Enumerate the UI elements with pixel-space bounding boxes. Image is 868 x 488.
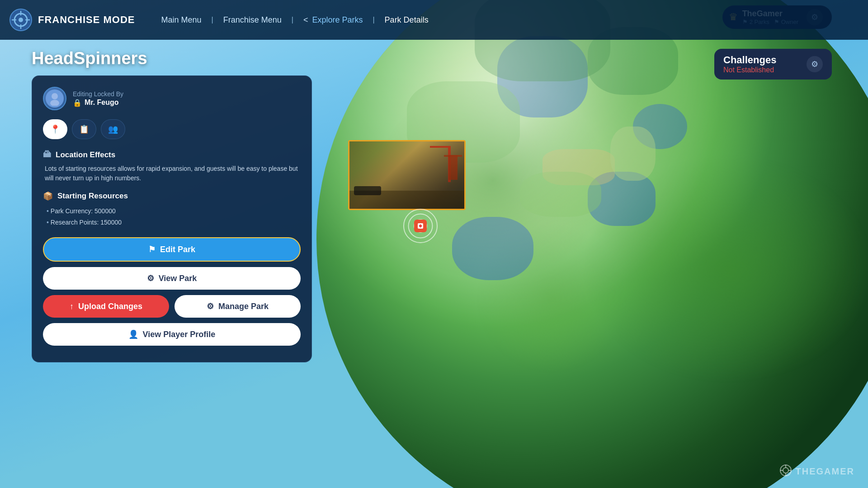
editing-locked-label: Editing Locked By [73,90,123,98]
avatar-svg [47,91,62,106]
starting-resources-icon: 📦 [43,191,53,201]
park-preview-image [349,141,464,209]
view-player-profile-button[interactable]: 👤 View Player Profile [43,323,301,346]
svg-point-11 [783,468,788,473]
location-tab-icon: 📍 [50,124,60,134]
view-player-profile-btn-row: 👤 View Player Profile [43,323,301,346]
location-effects-header: 🏔 Location Effects [43,150,301,160]
ping-circles [402,208,439,244]
view-park-icon: ⚙ [147,273,154,283]
watermark: THEGAMER [779,464,854,479]
info-tab-icon: 📋 [79,124,89,134]
challenges-text: Challenges Not Established [723,54,776,74]
players-tab-icon: 👥 [108,124,118,134]
breadcrumb: Main Menu | Franchise Menu | < Explore P… [153,13,436,28]
location-effects-description: Lots of starting resources allows for ra… [43,164,301,183]
starting-resources-title: Starting Resources [57,192,128,201]
location-effects-title: Location Effects [56,150,115,160]
starting-resources-header: 📦 Starting Resources [43,191,301,201]
svg-point-7 [52,93,58,99]
upload-icon: ↑ [70,302,74,311]
main-panel: HeadSpinners Editing Locked By 🔒 Mr. Feu… [32,49,312,362]
app-mode-title: FRANCHISE MODE [38,14,135,26]
resource-item-research: Research Points: 150000 [47,217,301,228]
logo-icon [9,8,33,32]
challenges-title: Challenges [723,54,776,66]
tab-info[interactable]: 📋 [72,119,96,139]
watermark-icon [779,464,792,479]
top-navigation-bar: FRANCHISE MODE Main Menu | Franchise Men… [0,0,868,40]
edit-park-button[interactable]: ⚑ Edit Park [43,237,301,262]
tab-location[interactable]: 📍 [43,119,67,139]
upload-manage-btn-row: ↑ Upload Changes ⚙ Manage Park [43,295,301,318]
challenges-panel: Challenges Not Established ⚙ [714,49,832,80]
player-profile-icon: 👤 [128,329,138,339]
locked-user-avatar [43,87,66,110]
tab-row: 📍 📋 👥 [43,119,301,139]
view-park-btn-row: ⚙ View Park [43,267,301,290]
logo-area: FRANCHISE MODE [9,8,135,32]
breadcrumb-park-details[interactable]: Park Details [377,13,437,28]
breadcrumb-franchise-menu[interactable]: Franchise Menu [215,13,290,28]
breadcrumb-explore-parks[interactable]: < Explore Parks [295,13,371,28]
breadcrumb-main-menu[interactable]: Main Menu [153,13,209,28]
resource-list: Park Currency: 500000 Research Points: 1… [47,206,301,228]
info-card: Editing Locked By 🔒 Mr. Feugo 📍 📋 👥 🏔 Lo [32,75,312,362]
locked-info: Editing Locked By 🔒 Mr. Feugo [73,90,123,107]
location-effects-icon: 🏔 [43,150,51,160]
locked-user-name: 🔒 Mr. Feugo [73,99,123,107]
upload-changes-button[interactable]: ↑ Upload Changes [43,295,169,318]
challenges-settings-button[interactable]: ⚙ [807,56,823,72]
park-title: HeadSpinners [32,49,312,68]
editing-locked-section: Editing Locked By 🔒 Mr. Feugo [43,87,301,110]
tab-players[interactable]: 👥 [101,119,125,139]
lock-icon: 🔒 [73,99,82,107]
challenges-status: Not Established [723,66,776,74]
edit-park-btn-row: ⚑ Edit Park [43,237,301,262]
view-park-button[interactable]: ⚙ View Park [43,267,301,290]
park-preview [348,140,466,210]
watermark-text: THEGAMER [796,466,854,477]
map-pin-area [402,208,439,244]
svg-point-2 [19,18,23,22]
manage-icon: ⚙ [207,301,214,311]
manage-park-button[interactable]: ⚙ Manage Park [175,295,301,318]
svg-point-8 [50,100,59,106]
resource-item-currency: Park Currency: 500000 [47,206,301,217]
edit-park-flag-icon: ⚑ [148,244,156,254]
map-pin-icon [414,220,427,232]
